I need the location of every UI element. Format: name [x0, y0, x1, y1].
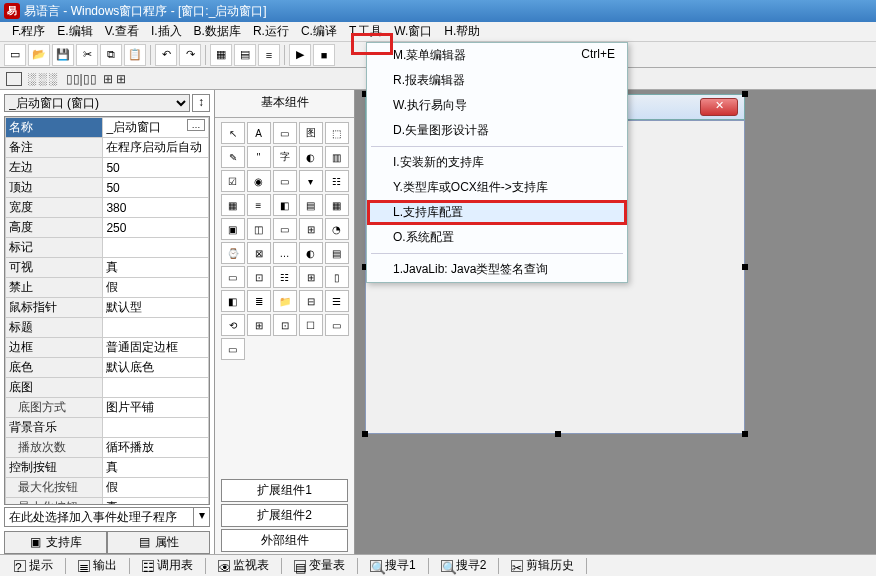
component-icon[interactable]: ☑	[221, 170, 245, 192]
resize-handle[interactable]	[362, 431, 368, 437]
menu-item[interactable]: M.菜单编辑器Ctrl+E	[367, 43, 627, 68]
menu-item[interactable]: Y.类型库或OCX组件->支持库	[367, 175, 627, 200]
component-icon[interactable]: 📁	[273, 290, 297, 312]
tool-layout3-icon[interactable]: ≡	[258, 44, 280, 66]
object-selector[interactable]: _启动窗口 (窗口)	[4, 94, 190, 112]
menu-item[interactable]: E.编辑	[53, 21, 96, 42]
bottom-tab[interactable]: ☷调用表	[136, 556, 199, 575]
component-icon[interactable]: ◐	[299, 146, 323, 168]
component-icon[interactable]: ☰	[325, 290, 349, 312]
bottom-tab[interactable]: ▤变量表	[288, 556, 351, 575]
component-icon[interactable]: ↖	[221, 122, 245, 144]
tool-redo-icon[interactable]: ↷	[179, 44, 201, 66]
component-icon[interactable]: ▤	[325, 242, 349, 264]
layout-rect-icon[interactable]	[6, 72, 22, 86]
resize-handle[interactable]	[742, 264, 748, 270]
tool-paste-icon[interactable]: 📋	[124, 44, 146, 66]
component-icon[interactable]: ▣	[221, 218, 245, 240]
prop-value[interactable]: 在程序启动后自动	[103, 138, 209, 158]
prop-ellipsis-icon[interactable]: …	[187, 119, 205, 131]
menu-item[interactable]: W.执行易向导	[367, 93, 627, 118]
tab-properties[interactable]: ▤ 属性	[107, 531, 210, 554]
component-icon[interactable]: ▭	[273, 218, 297, 240]
prop-value[interactable]	[103, 418, 209, 438]
menu-item[interactable]: R.报表编辑器	[367, 68, 627, 93]
menu-item[interactable]: D.矢量图形设计器	[367, 118, 627, 143]
bottom-tab[interactable]: 🔍搜寻2	[435, 556, 493, 575]
menu-item[interactable]: O.系统配置	[367, 225, 627, 250]
prop-value[interactable]: 真	[103, 258, 209, 278]
component-icon[interactable]: ⊡	[273, 314, 297, 336]
selector-flip-icon[interactable]: ↕	[192, 94, 210, 112]
component-icon[interactable]: ☷	[325, 170, 349, 192]
tool-layout2-icon[interactable]: ▤	[234, 44, 256, 66]
menu-item[interactable]: L.支持库配置	[367, 200, 627, 225]
tool-cut-icon[interactable]: ✂	[76, 44, 98, 66]
menu-item[interactable]: 1.JavaLib: Java类型签名查询	[367, 257, 627, 282]
tool-run-icon[interactable]: ▶	[289, 44, 311, 66]
bottom-tab[interactable]: ✂剪辑历史	[505, 556, 580, 575]
component-icon[interactable]: ≡	[247, 194, 271, 216]
component-icon[interactable]: ⊟	[299, 290, 323, 312]
component-icon[interactable]: ◧	[221, 290, 245, 312]
menu-item[interactable]: F.程序	[8, 21, 49, 42]
menu-item[interactable]: B.数据库	[190, 21, 245, 42]
prop-value[interactable]: 50	[103, 178, 209, 198]
tool-copy-icon[interactable]: ⧉	[100, 44, 122, 66]
component-icon[interactable]: ▭	[273, 170, 297, 192]
property-grid[interactable]: 名称_启动窗口…备注在程序启动后自动左边50顶边50宽度380高度250标记可视…	[4, 116, 210, 505]
layout-dist-icon[interactable]: ⊞ ⊞	[103, 72, 126, 86]
component-icon[interactable]: A	[247, 122, 271, 144]
tool-open-icon[interactable]: 📂	[28, 44, 50, 66]
prop-value[interactable]: 循环播放	[103, 438, 209, 458]
component-icon[interactable]: ◫	[247, 218, 271, 240]
tool-new-icon[interactable]: ▭	[4, 44, 26, 66]
prop-value[interactable]: _启动窗口…	[103, 118, 209, 138]
component-icon[interactable]: ◉	[247, 170, 271, 192]
tool-undo-icon[interactable]: ↶	[155, 44, 177, 66]
menu-item[interactable]: R.运行	[249, 21, 293, 42]
component-icon[interactable]: ◐	[299, 242, 323, 264]
menu-item[interactable]: C.编译	[297, 21, 341, 42]
component-icon[interactable]: ✎	[221, 146, 245, 168]
prop-value[interactable]: 普通固定边框	[103, 338, 209, 358]
tool-stop-icon[interactable]: ■	[313, 44, 335, 66]
prop-value[interactable]: 真	[103, 458, 209, 478]
component-icon[interactable]: "	[247, 146, 271, 168]
layout-dots-icon[interactable]: ░░░	[28, 72, 60, 86]
resize-handle[interactable]	[742, 91, 748, 97]
menu-item[interactable]: I.安装新的支持库	[367, 150, 627, 175]
prop-value[interactable]	[103, 378, 209, 398]
prop-value[interactable]: 假	[103, 278, 209, 298]
component-icon[interactable]: ▤	[299, 194, 323, 216]
prop-value[interactable]	[103, 238, 209, 258]
tool-save-icon[interactable]: 💾	[52, 44, 74, 66]
menu-item[interactable]: H.帮助	[440, 21, 484, 42]
component-icon[interactable]: ▯	[325, 266, 349, 288]
component-icon[interactable]: ◔	[325, 218, 349, 240]
component-icon[interactable]: ⟲	[221, 314, 245, 336]
event-selector-input[interactable]	[5, 508, 193, 526]
event-selector-toggle-icon[interactable]: ▾	[193, 508, 209, 526]
prop-value[interactable]: 图片平铺	[103, 398, 209, 418]
bottom-tab[interactable]: ≣输出	[72, 556, 123, 575]
prop-value[interactable]: 50	[103, 158, 209, 178]
resize-handle[interactable]	[742, 431, 748, 437]
prop-value[interactable]	[103, 318, 209, 338]
component-icon[interactable]: ⊞	[247, 314, 271, 336]
component-icon[interactable]: ⊞	[299, 266, 323, 288]
component-icon[interactable]: ▭	[221, 266, 245, 288]
component-icon[interactable]: ▦	[221, 194, 245, 216]
tab-ext-comp-2[interactable]: 扩展组件2	[221, 504, 348, 527]
component-icon[interactable]: ⌚	[221, 242, 245, 264]
component-icon[interactable]: ◧	[273, 194, 297, 216]
component-icon[interactable]: 图	[299, 122, 323, 144]
bottom-tab[interactable]: 👁监视表	[212, 556, 275, 575]
resize-handle[interactable]	[555, 431, 561, 437]
bottom-tab[interactable]: 🔍搜寻1	[364, 556, 422, 575]
component-icon[interactable]: ▭	[325, 314, 349, 336]
prop-value[interactable]: 真	[103, 498, 209, 506]
prop-value[interactable]: 假	[103, 478, 209, 498]
component-icon[interactable]: ⊡	[247, 266, 271, 288]
component-icon[interactable]: ☷	[273, 266, 297, 288]
